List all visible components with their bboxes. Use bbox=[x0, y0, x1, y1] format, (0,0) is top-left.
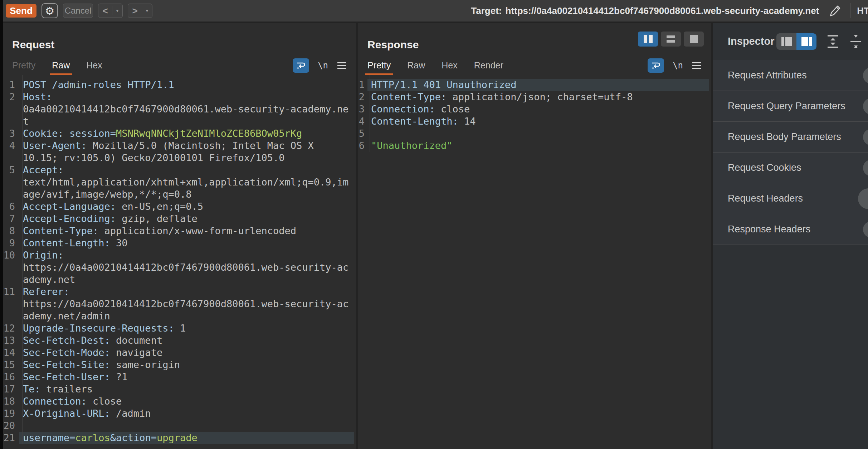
response-viewer[interactable]: 1HTTP/1.1 401 Unauthorized2Content-Type:… bbox=[358, 75, 711, 152]
collapse-all-button[interactable] bbox=[849, 34, 862, 49]
next-request-button[interactable]: > bbox=[128, 4, 142, 18]
count-badge bbox=[858, 188, 868, 209]
line-number: 11 bbox=[3, 286, 19, 322]
line-number: 6 bbox=[358, 140, 367, 152]
edit-target-button[interactable] bbox=[827, 3, 843, 19]
word-wrap-icon bbox=[651, 62, 660, 69]
line-number: 19 bbox=[3, 407, 19, 420]
inspector-section-label: Request Body Parameters bbox=[728, 131, 841, 143]
prev-history-dropdown[interactable]: ▼ bbox=[112, 4, 122, 18]
count-badge bbox=[863, 129, 868, 145]
line-number: 13 bbox=[3, 334, 19, 347]
code-line: 1POST /admin-roles HTTP/1.1 bbox=[3, 79, 356, 91]
chevron-left-icon: < bbox=[102, 5, 108, 16]
code-line: 17Te: trailers bbox=[3, 383, 356, 395]
inspector-section-request-cookies[interactable]: Request Cookies bbox=[713, 153, 868, 183]
window-edge bbox=[0, 0, 3, 449]
layout-rows-button[interactable] bbox=[661, 32, 681, 47]
tab-hex[interactable]: Hex bbox=[442, 56, 457, 75]
code-line: 3Cookie: session=MSNRwqNNCkjtZeNIMloZCE8… bbox=[3, 127, 356, 140]
code-line: 5Accept: text/html,application/xhtml+xml… bbox=[3, 164, 356, 201]
tab-raw[interactable]: Raw bbox=[407, 56, 425, 75]
request-editor[interactable]: 1POST /admin-roles HTTP/1.12Host: 0a4a00… bbox=[3, 75, 356, 444]
line-number: 17 bbox=[3, 383, 19, 395]
target-display: Target:https://0a4a00210414412bc0f746790… bbox=[471, 5, 819, 16]
hamburger-menu-icon bbox=[692, 62, 702, 69]
code-line-text: Accept-Language: en-US,en;q=0.5 bbox=[19, 201, 354, 213]
code-line-text bbox=[367, 127, 709, 140]
code-line: 7Accept-Encoding: gzip, deflate bbox=[3, 213, 356, 225]
inspector-section-request-query-parameters[interactable]: Request Query Parameters bbox=[713, 91, 868, 122]
line-number: 4 bbox=[358, 115, 367, 127]
code-line: 9Content-Length: 30 bbox=[3, 237, 356, 249]
tab-hex[interactable]: Hex bbox=[86, 56, 102, 75]
newline-toggle-button[interactable]: \n bbox=[318, 61, 328, 71]
response-tabs: PrettyRawHexRender bbox=[367, 56, 520, 75]
inspector-section-response-headers[interactable]: Response Headers bbox=[713, 214, 868, 245]
line-number: 2 bbox=[3, 91, 19, 127]
code-line: 3Connection: close bbox=[358, 103, 711, 115]
code-line-text: Te: trailers bbox=[19, 383, 354, 395]
code-line: 15Sec-Fetch-Site: same-origin bbox=[3, 359, 356, 371]
response-panel-header: Response PrettyRawHexRender \n bbox=[358, 23, 711, 75]
tab-pretty[interactable]: Pretty bbox=[367, 56, 391, 75]
code-line: 13Sec-Fetch-Dest: document bbox=[3, 334, 356, 347]
count-badge bbox=[863, 160, 868, 176]
tab-pretty: Pretty bbox=[12, 56, 35, 75]
inspector-dock-toggle bbox=[776, 33, 816, 50]
inspector-section-label: Request Attributes bbox=[728, 70, 807, 81]
inspector-section-label: Response Headers bbox=[728, 224, 810, 235]
code-line-text: Origin: https://0a4a00210414412bc0f74679… bbox=[19, 249, 354, 286]
code-line-text: Accept: text/html,application/xhtml+xml,… bbox=[19, 164, 354, 201]
line-number: 10 bbox=[3, 249, 19, 286]
inspector-sections: Request AttributesRequest Query Paramete… bbox=[713, 60, 868, 245]
code-line: 8Content-Type: application/x-www-form-ur… bbox=[3, 225, 356, 237]
code-line-text: Sec-Fetch-Mode: navigate bbox=[19, 347, 354, 359]
line-number: 1 bbox=[358, 79, 367, 91]
tab-render[interactable]: Render bbox=[474, 56, 503, 75]
tab-raw[interactable]: Raw bbox=[52, 56, 70, 75]
response-editor-toolbar: \n bbox=[648, 56, 702, 75]
expand-all-button[interactable] bbox=[826, 34, 839, 49]
request-editor-menu-button[interactable] bbox=[337, 62, 347, 69]
line-number: 6 bbox=[3, 201, 19, 213]
response-editor-menu-button[interactable] bbox=[692, 62, 702, 69]
dropdown-arrow-icon: ▼ bbox=[145, 8, 149, 13]
line-number: 2 bbox=[358, 91, 367, 103]
inspector-section-request-headers[interactable]: Request Headers bbox=[713, 183, 868, 214]
next-request-group: > ▼ bbox=[128, 4, 152, 18]
inspector-section-request-body-parameters[interactable]: Request Body Parameters bbox=[713, 122, 868, 153]
line-number: 21 bbox=[3, 432, 19, 444]
divider bbox=[850, 3, 850, 18]
send-button[interactable]: Send bbox=[6, 4, 36, 18]
code-line: 12Upgrade-Insecure-Requests: 1 bbox=[3, 322, 356, 334]
prev-request-button[interactable]: < bbox=[98, 4, 112, 18]
request-panel-title: Request bbox=[12, 39, 347, 51]
inspector-dock-right-button[interactable] bbox=[796, 33, 816, 50]
inspector-dock-left-button[interactable] bbox=[776, 33, 796, 50]
code-line-text: Content-Type: application/json; charset=… bbox=[367, 91, 709, 103]
inspector-section-request-attributes[interactable]: Request Attributes bbox=[713, 60, 868, 91]
line-number: 1 bbox=[3, 79, 19, 91]
cancel-button[interactable]: Cancel bbox=[63, 4, 93, 18]
newline-toggle-button[interactable]: \n bbox=[673, 61, 683, 71]
code-line-text: X-Original-URL: /admin bbox=[19, 407, 354, 420]
wrap-toggle-button[interactable] bbox=[648, 58, 664, 73]
wrap-toggle-button[interactable] bbox=[293, 58, 309, 73]
layout-columns-button[interactable] bbox=[638, 32, 658, 47]
view-layout-toggles bbox=[638, 32, 704, 47]
target-label: Target: bbox=[471, 5, 502, 16]
layout-single-button[interactable] bbox=[684, 32, 704, 47]
inspector-panel: Inspector bbox=[713, 23, 868, 449]
line-number: 8 bbox=[3, 225, 19, 237]
gear-icon: ⚙ bbox=[45, 5, 55, 17]
code-line-text: Sec-Fetch-User: ?1 bbox=[19, 371, 354, 383]
settings-gear-button[interactable]: ⚙ bbox=[42, 3, 58, 18]
code-line-text bbox=[19, 420, 354, 432]
pencil-icon bbox=[828, 4, 842, 18]
code-line-text: Host: 0a4a00210414412bc0f7467900d80061.w… bbox=[19, 91, 354, 127]
count-badge bbox=[863, 221, 868, 238]
next-history-dropdown[interactable]: ▼ bbox=[142, 4, 152, 18]
code-line-text: "Unauthorized" bbox=[367, 140, 709, 152]
code-line: 5 bbox=[358, 127, 711, 140]
